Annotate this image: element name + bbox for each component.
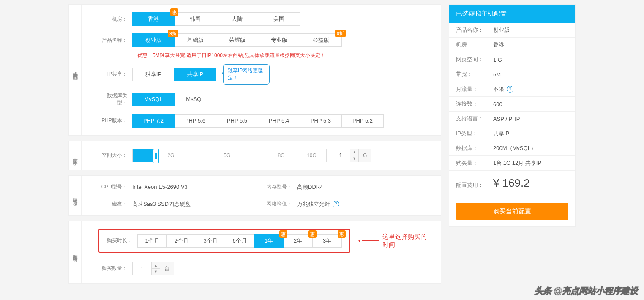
ip-opt-shared[interactable]: 共享IP [174, 68, 216, 81]
duration-opt-5[interactable]: 2年惠 [283, 234, 313, 248]
room-opt-hk[interactable]: 香港惠 [132, 12, 175, 26]
duration-opt-3[interactable]: 6个月 [225, 234, 254, 248]
ip-opt-dedicated[interactable]: 独享IP [132, 68, 175, 81]
summary-value: 600 [493, 101, 502, 107]
php-opt-2[interactable]: PHP 5.5 [216, 114, 258, 128]
duration-badge-5: 惠 [308, 230, 317, 238]
php-opt-3[interactable]: PHP 5.4 [258, 114, 300, 128]
summary-value: ASP / PHP [493, 116, 520, 122]
summary-key: 支持语言： [456, 115, 493, 123]
price-label: 配置费用： [456, 181, 493, 189]
product-badge-0: 9折 [168, 30, 178, 37]
price-value: ¥ 169.2 [493, 177, 530, 190]
qty-unit: 台 [160, 262, 174, 275]
product-opt-2[interactable]: 荣耀版 [216, 33, 258, 47]
panel-tab-room: 机房与配置 [69, 5, 82, 135]
label-mem: 内存型号： [263, 183, 297, 191]
db-opt-mysql[interactable]: MySQL [132, 93, 175, 106]
panel-hardware: 硬件信息 CPU型号： Intel Xeon E5-2690 V3 内存型号： … [68, 175, 441, 216]
php-opt-5[interactable]: PHP 5.2 [341, 114, 384, 128]
label-space: 空间大小： [98, 152, 132, 159]
summary-key: 带宽： [456, 71, 493, 78]
space-unit: G [359, 149, 371, 162]
room-badge-discount: 惠 [170, 8, 178, 16]
product-opt-3[interactable]: 专业版 [258, 33, 300, 47]
panel-tab-duration: 购买时长 [69, 221, 82, 283]
hw-mem: 高频DDR4 [297, 183, 323, 191]
product-opt-1[interactable]: 基础版 [174, 33, 216, 47]
duration-opt-4[interactable]: 1年惠 [254, 234, 284, 248]
slider-fill [133, 149, 156, 162]
summary-key: 购买量： [456, 159, 493, 167]
buy-button[interactable]: 购买当前配置 [456, 203, 568, 220]
product-options: 创业版9折 基础版 荣耀版 专业版 公益版9折 [132, 33, 342, 47]
product-opt-0[interactable]: 创业版9折 [132, 33, 175, 47]
label-qty: 购买数量： [98, 265, 132, 272]
panel-duration: 购买时长 购买时长： 1个月 2个月 3个月 6个月 1年惠 2年惠 3年惠 [68, 221, 441, 284]
ip-options: 独享IP 共享IP [132, 68, 216, 81]
label-product: 产品名称： [98, 37, 132, 44]
qty-inc[interactable]: ▲ [152, 262, 160, 269]
space-dec[interactable]: ▼ [350, 155, 358, 162]
room-options: 香港惠 韩国 大陆 美国 [132, 12, 300, 26]
annotation-arrow [356, 239, 379, 243]
space-input-wrapper: ▲ ▼ [331, 149, 359, 162]
qty-input-wrapper: ▲ ▼ [132, 262, 160, 275]
summary-key: 数据库： [456, 145, 493, 152]
room-opt-cn[interactable]: 大陆 [216, 12, 258, 26]
summary-key: 连接数： [456, 100, 493, 108]
duration-badge-4: 惠 [279, 230, 287, 238]
php-opt-4[interactable]: PHP 5.3 [300, 114, 342, 128]
duration-opt-6[interactable]: 3年惠 [312, 234, 342, 248]
duration-highlight: 购买时长： 1个月 2个月 3个月 6个月 1年惠 2年惠 3年惠 [98, 229, 350, 253]
product-opt-4[interactable]: 公益版9折 [300, 33, 342, 47]
summary-value: 共享IP [493, 130, 509, 137]
summary-row: 网页空间：1 G [449, 52, 575, 67]
duration-opt-1[interactable]: 2个月 [166, 234, 196, 248]
slider-thumb[interactable] [153, 149, 159, 163]
help-icon[interactable]: ? [333, 201, 339, 207]
panel-space: 空间大小 空间大小： 2G 5G 8G 10G [68, 141, 441, 170]
summary-row: 数据库：200M（MySQL） [449, 141, 575, 156]
panel-tab-hardware: 硬件信息 [69, 176, 82, 215]
summary-row: 购买量：1台 1G 12月 共享IP [449, 156, 575, 171]
summary-row: IP类型：共享IP [449, 126, 575, 141]
php-opt-1[interactable]: PHP 5.6 [174, 114, 216, 128]
php-opt-0[interactable]: PHP 7.2 [132, 114, 175, 128]
label-disk: 磁盘： [98, 200, 132, 208]
summary-key: 机房： [456, 41, 493, 49]
summary-title: 已选虚拟主机配置 [449, 5, 575, 23]
summary-value: 香港 [493, 41, 504, 49]
label-cpu: CPU型号： [98, 183, 132, 191]
qty-dec[interactable]: ▼ [152, 269, 160, 275]
summary-value: 创业版 [493, 26, 510, 34]
panel-room-config: 机房与配置 机房： 香港惠 韩国 大陆 美国 产品名称： 创业版9折 基础版 [68, 4, 441, 136]
space-slider[interactable]: 2G 5G 8G 10G [132, 149, 327, 162]
summary-value: 1 G [493, 57, 502, 63]
label-dbtype: 数据库类型： [98, 92, 132, 106]
room-opt-kr[interactable]: 韩国 [174, 12, 216, 26]
hw-net: 万兆独立光纤 ? [297, 200, 339, 208]
summary-row: 带宽：5M [449, 67, 575, 82]
summary-key: IP类型： [456, 130, 493, 137]
space-input[interactable] [331, 149, 350, 162]
db-opt-mssql[interactable]: MsSQL [174, 93, 216, 106]
duration-opt-0[interactable]: 1个月 [137, 234, 167, 248]
duration-opt-2[interactable]: 3个月 [196, 234, 225, 248]
room-opt-us[interactable]: 美国 [258, 12, 300, 26]
summary-value: 5M [493, 71, 501, 78]
summary-row: 月流量：不限? [449, 82, 575, 97]
space-inc[interactable]: ▲ [350, 149, 358, 156]
label-netpeak: 网络峰值： [263, 200, 297, 208]
summary-panel: 已选虚拟主机配置 产品名称：创业版机房：香港网页空间：1 G带宽：5M月流量：不… [449, 4, 576, 227]
qty-input[interactable] [133, 262, 151, 275]
summary-key: 产品名称： [456, 26, 493, 34]
slider-tick-2g: 2G [167, 149, 174, 162]
db-options: MySQL MsSQL [132, 93, 216, 106]
help-icon[interactable]: ? [507, 86, 513, 93]
product-badge-4: 9折 [335, 30, 346, 37]
summary-key: 网页空间： [456, 56, 493, 63]
label-ipshare: IP共享： [98, 71, 132, 78]
annotation-text: 这里选择购买的时间 [382, 233, 428, 249]
summary-value: 200M（MySQL） [493, 145, 536, 152]
